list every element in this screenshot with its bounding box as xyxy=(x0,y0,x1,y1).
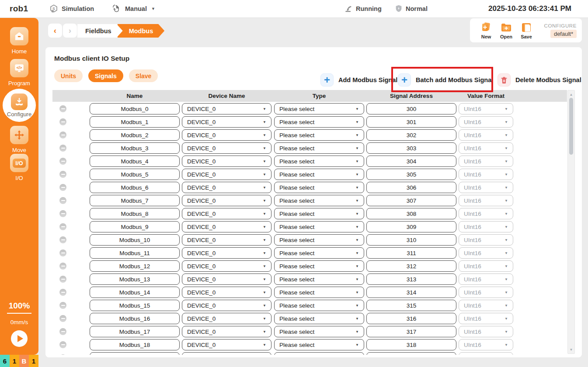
signal-name-input[interactable]: Modbus_11 xyxy=(90,247,180,259)
tab-signals[interactable]: Signals xyxy=(88,69,123,82)
breadcrumb-item-modbus[interactable]: Modbus xyxy=(118,24,165,38)
sidebar-item-configure[interactable]: Configure xyxy=(0,89,38,122)
signal-type-select[interactable]: Please select▼ xyxy=(274,169,364,180)
forward-button[interactable]: › xyxy=(63,24,77,38)
signal-name-input[interactable]: Modbus_10 xyxy=(90,234,180,246)
value-format-select[interactable]: UInt16▼ xyxy=(459,221,513,232)
device-name-select[interactable]: DEVICE_0▼ xyxy=(182,156,271,167)
device-name-select[interactable]: DEVICE_0▼ xyxy=(182,169,271,180)
delete-modbus-signal-button[interactable]: Delete Modbus Signal xyxy=(498,73,581,87)
scrollbar-thumb[interactable] xyxy=(569,98,573,155)
signal-name-input[interactable]: Modbus_17 xyxy=(90,326,180,337)
device-name-select[interactable]: DEVICE_0▼ xyxy=(182,208,271,219)
value-format-select[interactable]: UInt16▼ xyxy=(459,247,513,259)
value-format-select[interactable]: UInt16▼ xyxy=(459,287,513,298)
signal-type-select[interactable]: Please select▼ xyxy=(274,129,364,141)
device-name-select[interactable]: DEVICE_0▼ xyxy=(182,287,271,298)
signal-type-select[interactable]: Please select▼ xyxy=(274,182,364,193)
device-name-select[interactable]: DEVICE_0▼ xyxy=(182,129,271,141)
remove-row-button[interactable] xyxy=(59,341,66,348)
value-format-select[interactable]: UInt16▼ xyxy=(459,129,513,141)
remove-row-button[interactable] xyxy=(59,145,66,152)
signal-address-input[interactable]: 300 xyxy=(366,103,456,114)
signal-name-input[interactable] xyxy=(90,352,180,355)
signal-name-input[interactable]: Modbus_16 xyxy=(90,313,180,324)
value-format-select[interactable]: UInt16▼ xyxy=(459,142,513,154)
back-button[interactable]: ‹ xyxy=(48,24,62,38)
value-format-select[interactable]: UInt16▼ xyxy=(459,300,513,311)
remove-row-button[interactable] xyxy=(59,158,66,165)
signal-address-input[interactable]: 317 xyxy=(366,326,456,337)
signal-name-input[interactable]: Modbus_13 xyxy=(90,274,180,285)
signal-type-select[interactable]: Please select▼ xyxy=(274,339,364,350)
remove-row-button[interactable] xyxy=(59,249,66,256)
value-format-select[interactable]: UInt16▼ xyxy=(459,182,513,193)
device-name-select[interactable]: DEVICE_0▼ xyxy=(182,300,271,311)
sidebar-item-program[interactable]: </> Program xyxy=(0,59,38,87)
remove-row-button[interactable] xyxy=(59,302,66,309)
device-name-select[interactable]: DEVICE_0▼ xyxy=(182,182,271,193)
scroll-down-arrow[interactable]: ▼ xyxy=(568,346,574,353)
remove-row-button[interactable] xyxy=(59,236,66,243)
signal-address-input[interactable]: 311 xyxy=(366,247,456,259)
device-name-select[interactable]: DEVICE_0▼ xyxy=(182,116,271,128)
signal-name-input[interactable]: Modbus_2 xyxy=(90,129,180,141)
tab-units[interactable]: Units xyxy=(54,69,83,82)
device-name-select[interactable]: DEVICE_0▼ xyxy=(182,274,271,285)
signal-type-select[interactable]: Please select▼ xyxy=(274,274,364,285)
signal-type-select[interactable]: Please select▼ xyxy=(274,103,364,114)
remove-row-button[interactable] xyxy=(59,210,66,217)
value-format-select[interactable]: UInt16▼ xyxy=(459,208,513,219)
signal-address-input[interactable]: 306 xyxy=(366,182,456,193)
remove-row-button[interactable] xyxy=(59,223,66,230)
configure-current-file[interactable]: default* xyxy=(550,30,577,38)
signal-address-input[interactable]: 316 xyxy=(366,313,456,324)
signal-name-input[interactable]: Modbus_14 xyxy=(90,287,180,298)
batch-add-modbus-signal-button[interactable]: + Batch add Modbus Signal xyxy=(398,73,493,87)
device-name-select[interactable]: DEVICE_0▼ xyxy=(182,103,271,114)
signal-type-select[interactable]: Please select▼ xyxy=(274,260,364,272)
device-name-select[interactable]: ▼ xyxy=(182,352,271,355)
sidebar-item-home[interactable]: Home xyxy=(0,27,38,55)
signal-name-input[interactable]: Modbus_8 xyxy=(90,208,180,219)
remove-row-button[interactable] xyxy=(59,263,66,270)
signal-name-input[interactable]: Modbus_18 xyxy=(90,339,180,350)
signal-address-input[interactable]: 307 xyxy=(366,195,456,206)
speed-percent[interactable]: 100% xyxy=(0,301,38,311)
play-button[interactable] xyxy=(11,330,28,347)
breadcrumb-item-fieldbus[interactable]: Fieldbus xyxy=(77,24,123,38)
new-config-button[interactable]: New xyxy=(476,21,496,39)
device-name-select[interactable]: DEVICE_0▼ xyxy=(182,195,271,206)
signal-address-input[interactable]: 315 xyxy=(366,300,456,311)
remove-row-button[interactable] xyxy=(59,171,66,178)
signal-type-select[interactable]: Please select▼ xyxy=(274,208,364,219)
vertical-scrollbar[interactable]: ▲ ▼ xyxy=(567,90,575,354)
signal-type-select[interactable]: Please select▼ xyxy=(274,116,364,128)
signal-address-input[interactable]: 303 xyxy=(366,142,456,154)
signal-name-input[interactable]: Modbus_12 xyxy=(90,260,180,272)
signal-type-select[interactable]: Please select▼ xyxy=(274,142,364,154)
value-format-select[interactable]: UInt16▼ xyxy=(459,234,513,246)
value-format-select[interactable]: UInt16▼ xyxy=(459,116,513,128)
signal-type-select[interactable]: Please select▼ xyxy=(274,156,364,167)
signal-address-input[interactable]: 301 xyxy=(366,116,456,128)
signal-address-input[interactable]: 309 xyxy=(366,221,456,232)
device-name-select[interactable]: DEVICE_0▼ xyxy=(182,142,271,154)
signal-type-select[interactable]: Please select▼ xyxy=(274,287,364,298)
open-config-button[interactable]: Open xyxy=(496,21,516,39)
sidebar-item-io[interactable]: I/O I/O xyxy=(0,154,38,181)
value-format-select[interactable]: UInt16▼ xyxy=(459,169,513,180)
remove-row-button[interactable] xyxy=(59,354,66,355)
device-name-select[interactable]: DEVICE_0▼ xyxy=(182,313,271,324)
remove-row-button[interactable] xyxy=(59,276,66,283)
signal-type-select[interactable]: Please select▼ xyxy=(274,326,364,337)
signal-name-input[interactable]: Modbus_9 xyxy=(90,221,180,232)
signal-name-input[interactable]: Modbus_7 xyxy=(90,195,180,206)
device-name-select[interactable]: DEVICE_0▼ xyxy=(182,221,271,232)
value-format-select[interactable]: ▼ xyxy=(459,352,513,355)
value-format-select[interactable]: UInt16▼ xyxy=(459,274,513,285)
signal-type-select[interactable]: Please select▼ xyxy=(274,195,364,206)
value-format-select[interactable]: UInt16▼ xyxy=(459,195,513,206)
signal-name-input[interactable]: Modbus_4 xyxy=(90,156,180,167)
remove-row-button[interactable] xyxy=(59,289,66,296)
